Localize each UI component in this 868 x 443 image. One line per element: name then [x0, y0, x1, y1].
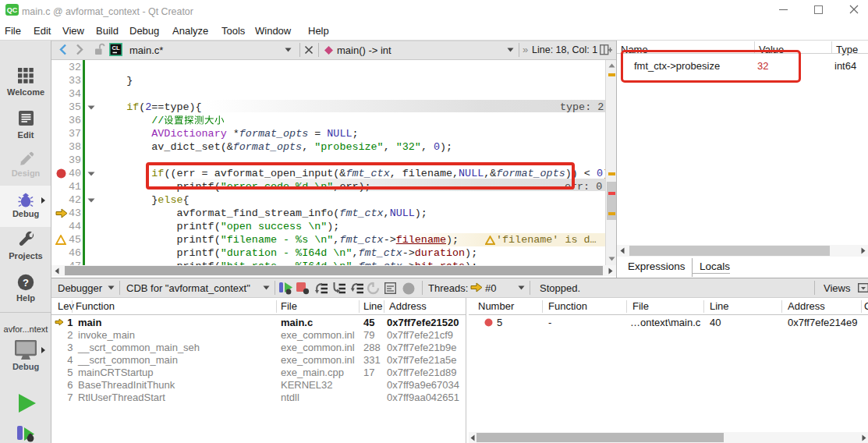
svg-text:CL: CL	[112, 44, 120, 51]
svg-text:?: ?	[23, 277, 29, 289]
svg-text:QC: QC	[7, 6, 18, 14]
